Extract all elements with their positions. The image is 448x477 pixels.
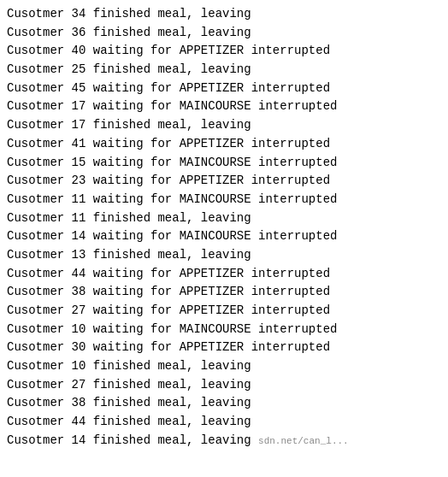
log-line: Cusotmer 15 waiting for MAINCOURSE inter… [7, 154, 441, 173]
log-line: Cusotmer 36 finished meal, leaving [7, 24, 441, 43]
log-line: Cusotmer 30 waiting for APPETIZER interr… [7, 339, 441, 357]
log-container: Cusotmer 34 finished meal, leavingCusotm… [7, 5, 441, 450]
log-line: Cusotmer 10 waiting for MAINCOURSE inter… [7, 321, 441, 339]
log-line: Cusotmer 44 waiting for APPETIZER interr… [7, 265, 441, 284]
watermark: sdn.net/can_l... [258, 436, 349, 446]
log-line: Cusotmer 38 waiting for APPETIZER interr… [7, 283, 441, 302]
log-line: Cusotmer 38 finished meal, leaving [7, 394, 441, 413]
log-line: Cusotmer 17 finished meal, leaving [7, 116, 441, 135]
log-line: Cusotmer 27 waiting for APPETIZER interr… [7, 302, 441, 321]
log-line: Cusotmer 23 waiting for APPETIZER interr… [7, 172, 441, 191]
log-line: Cusotmer 14 finished meal, leaving sdn.n… [7, 432, 441, 450]
log-line: Cusotmer 45 waiting for APPETIZER interr… [7, 80, 441, 98]
log-line: Cusotmer 44 finished meal, leaving [7, 413, 441, 432]
log-line: Cusotmer 13 finished meal, leaving [7, 246, 441, 265]
log-line: Cusotmer 17 waiting for MAINCOURSE inter… [7, 97, 441, 116]
log-line: Cusotmer 27 finished meal, leaving [7, 376, 441, 395]
log-line: Cusotmer 11 finished meal, leaving [7, 209, 441, 228]
log-line: Cusotmer 40 waiting for APPETIZER interr… [7, 42, 441, 61]
log-line: Cusotmer 14 waiting for MAINCOURSE inter… [7, 227, 441, 246]
log-line: Cusotmer 41 waiting for APPETIZER interr… [7, 135, 441, 154]
log-line: Cusotmer 10 finished meal, leaving [7, 357, 441, 376]
log-line: Cusotmer 11 waiting for MAINCOURSE inter… [7, 191, 441, 209]
log-line: Cusotmer 34 finished meal, leaving [7, 5, 441, 24]
log-line: Cusotmer 25 finished meal, leaving [7, 61, 441, 80]
